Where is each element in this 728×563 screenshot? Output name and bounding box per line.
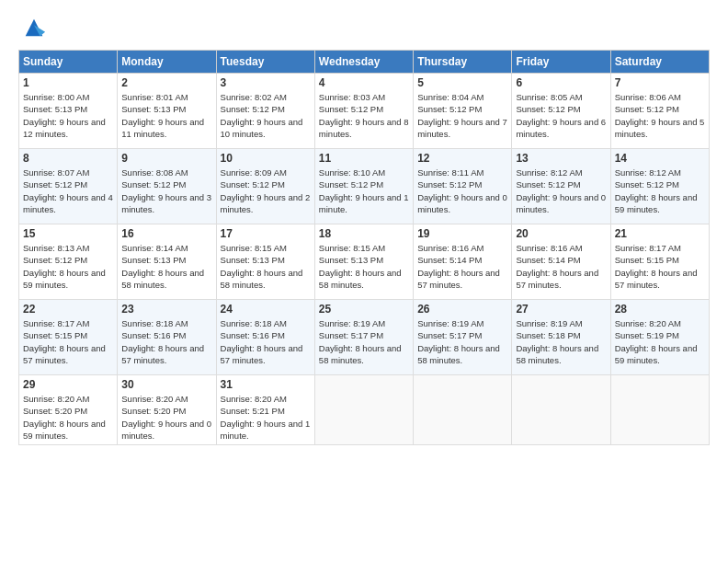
calendar-cell <box>512 375 610 445</box>
calendar-cell: 20 Sunrise: 8:16 AM Sunset: 5:14 PM Dayl… <box>512 224 610 300</box>
day-number: 22 <box>23 303 113 316</box>
sunrise-text: Sunrise: 8:00 AM <box>23 91 113 103</box>
sunset-text: Sunset: 5:15 PM <box>615 254 705 266</box>
sunset-text: Sunset: 5:17 PM <box>417 329 507 341</box>
daylight-text: Daylight: 8 hours and 58 minutes. <box>516 342 606 367</box>
calendar-cell: 28 Sunrise: 8:20 AM Sunset: 5:19 PM Dayl… <box>610 300 709 375</box>
daylight-text: Daylight: 8 hours and 57 minutes. <box>221 342 311 367</box>
sunset-text: Sunset: 5:18 PM <box>516 329 606 341</box>
sunrise-text: Sunrise: 8:10 AM <box>319 167 409 178</box>
sunset-text: Sunset: 5:14 PM <box>417 254 507 266</box>
calendar-cell: 5 Sunrise: 8:04 AM Sunset: 5:12 PM Dayli… <box>414 74 512 149</box>
calendar-cell <box>414 375 512 445</box>
weekday-header-friday: Friday <box>512 51 610 74</box>
day-number: 2 <box>121 76 211 89</box>
day-number: 29 <box>23 378 113 391</box>
calendar-cell: 12 Sunrise: 8:11 AM Sunset: 5:12 PM Dayl… <box>414 149 512 224</box>
calendar-cell: 29 Sunrise: 8:20 AM Sunset: 5:20 PM Dayl… <box>19 375 118 445</box>
sunset-text: Sunset: 5:16 PM <box>221 329 311 341</box>
day-number: 4 <box>319 76 409 89</box>
weekday-header-row: SundayMondayTuesdayWednesdayThursdayFrid… <box>19 51 710 74</box>
weekday-header-thursday: Thursday <box>414 51 512 74</box>
daylight-text: Daylight: 9 hours and 6 minutes. <box>516 116 606 141</box>
calendar-cell: 9 Sunrise: 8:08 AM Sunset: 5:12 PM Dayli… <box>118 149 216 224</box>
daylight-text: Daylight: 8 hours and 57 minutes. <box>615 267 705 292</box>
daylight-text: Daylight: 8 hours and 58 minutes. <box>221 267 311 292</box>
calendar-cell: 21 Sunrise: 8:17 AM Sunset: 5:15 PM Dayl… <box>610 224 709 300</box>
sunset-text: Sunset: 5:20 PM <box>23 405 113 417</box>
sunrise-text: Sunrise: 8:12 AM <box>615 167 705 178</box>
day-info: Sunrise: 8:11 AM Sunset: 5:12 PM Dayligh… <box>417 167 507 215</box>
sunset-text: Sunset: 5:12 PM <box>516 103 606 115</box>
daylight-text: Daylight: 9 hours and 0 minutes. <box>121 418 211 442</box>
day-number: 5 <box>417 76 507 89</box>
daylight-text: Daylight: 9 hours and 12 minutes. <box>23 116 113 141</box>
day-info: Sunrise: 8:03 AM Sunset: 5:12 PM Dayligh… <box>319 91 409 140</box>
day-info: Sunrise: 8:20 AM Sunset: 5:19 PM Dayligh… <box>615 317 705 366</box>
sunrise-text: Sunrise: 8:08 AM <box>121 167 211 178</box>
day-number: 10 <box>221 152 311 165</box>
sunset-text: Sunset: 5:12 PM <box>23 254 113 266</box>
sunrise-text: Sunrise: 8:12 AM <box>516 167 606 178</box>
weekday-header-saturday: Saturday <box>610 51 709 74</box>
sunset-text: Sunset: 5:12 PM <box>121 178 211 190</box>
day-info: Sunrise: 8:14 AM Sunset: 5:13 PM Dayligh… <box>121 242 211 291</box>
sunrise-text: Sunrise: 8:17 AM <box>23 317 113 329</box>
sunrise-text: Sunrise: 8:18 AM <box>121 317 211 329</box>
daylight-text: Daylight: 9 hours and 1 minute. <box>319 191 409 216</box>
day-info: Sunrise: 8:18 AM Sunset: 5:16 PM Dayligh… <box>121 317 211 366</box>
day-number: 15 <box>23 227 113 240</box>
calendar-cell: 13 Sunrise: 8:12 AM Sunset: 5:12 PM Dayl… <box>512 149 610 224</box>
calendar-week-5: 29 Sunrise: 8:20 AM Sunset: 5:20 PM Dayl… <box>19 375 710 445</box>
day-number: 17 <box>221 227 311 240</box>
calendar-cell: 23 Sunrise: 8:18 AM Sunset: 5:16 PM Dayl… <box>118 300 216 375</box>
calendar-cell: 19 Sunrise: 8:16 AM Sunset: 5:14 PM Dayl… <box>414 224 512 300</box>
day-info: Sunrise: 8:18 AM Sunset: 5:16 PM Dayligh… <box>221 317 311 366</box>
day-info: Sunrise: 8:19 AM Sunset: 5:18 PM Dayligh… <box>516 317 606 366</box>
day-info: Sunrise: 8:06 AM Sunset: 5:12 PM Dayligh… <box>615 91 705 140</box>
sunset-text: Sunset: 5:12 PM <box>221 103 311 115</box>
calendar-cell: 27 Sunrise: 8:19 AM Sunset: 5:18 PM Dayl… <box>512 300 610 375</box>
day-number: 12 <box>417 152 507 165</box>
sunset-text: Sunset: 5:12 PM <box>516 178 606 190</box>
sunrise-text: Sunrise: 8:20 AM <box>121 393 211 405</box>
calendar-cell: 6 Sunrise: 8:05 AM Sunset: 5:12 PM Dayli… <box>512 74 610 149</box>
sunrise-text: Sunrise: 8:01 AM <box>121 91 211 103</box>
calendar-week-3: 15 Sunrise: 8:13 AM Sunset: 5:12 PM Dayl… <box>19 224 710 300</box>
day-info: Sunrise: 8:19 AM Sunset: 5:17 PM Dayligh… <box>319 317 409 366</box>
sunrise-text: Sunrise: 8:09 AM <box>221 167 311 178</box>
day-info: Sunrise: 8:19 AM Sunset: 5:17 PM Dayligh… <box>417 317 507 366</box>
sunset-text: Sunset: 5:17 PM <box>319 329 409 341</box>
day-info: Sunrise: 8:05 AM Sunset: 5:12 PM Dayligh… <box>516 91 606 140</box>
day-info: Sunrise: 8:09 AM Sunset: 5:12 PM Dayligh… <box>221 167 311 215</box>
sunrise-text: Sunrise: 8:07 AM <box>23 167 113 178</box>
daylight-text: Daylight: 9 hours and 0 minutes. <box>417 191 507 216</box>
day-number: 19 <box>417 227 507 240</box>
calendar-cell: 1 Sunrise: 8:00 AM Sunset: 5:13 PM Dayli… <box>19 74 118 149</box>
day-info: Sunrise: 8:20 AM Sunset: 5:20 PM Dayligh… <box>121 393 211 442</box>
weekday-header-wednesday: Wednesday <box>314 51 413 74</box>
day-info: Sunrise: 8:08 AM Sunset: 5:12 PM Dayligh… <box>121 167 211 215</box>
day-info: Sunrise: 8:17 AM Sunset: 5:15 PM Dayligh… <box>615 242 705 291</box>
calendar-cell: 18 Sunrise: 8:15 AM Sunset: 5:13 PM Dayl… <box>314 224 413 300</box>
day-info: Sunrise: 8:20 AM Sunset: 5:21 PM Dayligh… <box>221 393 311 442</box>
calendar-cell <box>610 375 709 445</box>
sunrise-text: Sunrise: 8:20 AM <box>221 393 311 405</box>
sunset-text: Sunset: 5:21 PM <box>221 405 311 417</box>
calendar-week-2: 8 Sunrise: 8:07 AM Sunset: 5:12 PM Dayli… <box>19 149 710 224</box>
calendar-cell: 11 Sunrise: 8:10 AM Sunset: 5:12 PM Dayl… <box>314 149 413 224</box>
day-info: Sunrise: 8:10 AM Sunset: 5:12 PM Dayligh… <box>319 167 409 215</box>
day-number: 3 <box>221 76 311 89</box>
calendar-week-4: 22 Sunrise: 8:17 AM Sunset: 5:15 PM Dayl… <box>19 300 710 375</box>
sunset-text: Sunset: 5:12 PM <box>319 103 409 115</box>
day-info: Sunrise: 8:00 AM Sunset: 5:13 PM Dayligh… <box>23 91 113 140</box>
day-number: 24 <box>221 303 311 316</box>
calendar-cell: 10 Sunrise: 8:09 AM Sunset: 5:12 PM Dayl… <box>216 149 314 224</box>
sunset-text: Sunset: 5:13 PM <box>121 254 211 266</box>
daylight-text: Daylight: 9 hours and 5 minutes. <box>615 116 705 141</box>
sunrise-text: Sunrise: 8:04 AM <box>417 91 507 103</box>
daylight-text: Daylight: 8 hours and 57 minutes. <box>121 342 211 367</box>
sunrise-text: Sunrise: 8:13 AM <box>23 242 113 254</box>
daylight-text: Daylight: 8 hours and 59 minutes. <box>615 191 705 216</box>
calendar-cell <box>314 375 413 445</box>
